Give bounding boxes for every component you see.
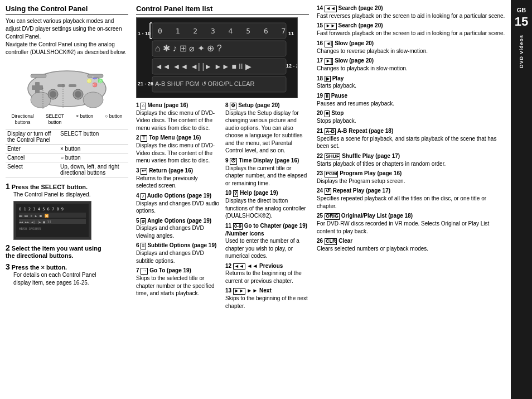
main-content: Using the Control Panel You can select v… bbox=[0, 0, 511, 399]
list-item: 5 ⌀ Angle Options (page 19) Displays and… bbox=[136, 217, 220, 240]
right-sidebar: GB 15 DVD videos bbox=[511, 0, 532, 399]
list-item: 12 ◄◄ ◄◄ Previous Returns to the beginni… bbox=[225, 262, 309, 285]
ctrl-label-select: SELECTbutton bbox=[46, 113, 64, 126]
right-column: 14 ◄◄ Search (page 20) Fast reverses pla… bbox=[317, 4, 505, 395]
list-item: 6 ≡ Subtitle Options (page 19) Displays … bbox=[136, 242, 220, 265]
list-item: 21 A-B A-B Repeat (page 18) Specifies a … bbox=[317, 127, 505, 150]
list-item: 2 ⊤ Top Menu (page 16) Displays the disc… bbox=[136, 134, 220, 164]
table-row: Select Up, down, left, and right directi… bbox=[6, 162, 128, 177]
svg-rect-14 bbox=[69, 84, 76, 87]
middle-section-title: Control Panel item list bbox=[136, 4, 309, 15]
svg-rect-13 bbox=[57, 84, 65, 87]
list-item: 16 ◄| Slow (page 20) Changes to reverse … bbox=[317, 40, 505, 55]
preview-svg: 0 1 2 3 4 5 6 7 8 9 ⏮ ⏭ ⏸ ▶ ⏹ 🔀 ◄◄ ►► ◄|… bbox=[16, 204, 89, 237]
list-item: 4 ♪ Audio Options (page 19) Displays and… bbox=[136, 192, 220, 215]
table-cell-action: Cancel bbox=[6, 153, 59, 162]
list-item: 3 ↩ Return (page 16) Returns to the prev… bbox=[136, 167, 220, 190]
step-1-body: The Control Panel is displayed. bbox=[13, 191, 128, 199]
table-cell-control: Up, down, left, and right directional bu… bbox=[59, 162, 128, 177]
list-item: 22 SHUF Shuffle Play (page 17) Starts pl… bbox=[317, 152, 505, 167]
svg-text:1 - 10: 1 - 10 bbox=[138, 31, 151, 36]
middle-column: Control Panel item list 0 1 2 3 4 5 6 7 … bbox=[136, 4, 309, 395]
table-row: Cancel ○ button bbox=[6, 153, 128, 162]
sidebar-label: DVD videos bbox=[519, 35, 524, 68]
items-list: 1 ⌂ Menu (page 16) Displays the disc men… bbox=[136, 102, 309, 312]
left-column: Using the Control Panel You can select v… bbox=[6, 4, 128, 395]
control-table: Display or turn offthe Control Panel SEL… bbox=[6, 129, 128, 177]
items-col-left: 1 ⌂ Menu (page 16) Displays the disc men… bbox=[136, 102, 220, 312]
table-row: Display or turn offthe Control Panel SEL… bbox=[6, 129, 128, 145]
table-cell-action: Select bbox=[6, 162, 59, 177]
ctrl-label-o: ○ button bbox=[105, 113, 122, 126]
svg-text:○: ○ bbox=[86, 79, 89, 83]
svg-point-8 bbox=[75, 91, 81, 98]
svg-text:◄◄ ►► ◄| |► ■ II: ◄◄ ►► ◄| |► ■ II bbox=[19, 220, 51, 224]
list-item: 11 0-9 Go to Chapter (page 19) /Number i… bbox=[225, 222, 309, 260]
list-item: 9 ⏱ Time Display (page 16) Displays the … bbox=[225, 157, 309, 187]
svg-rect-16 bbox=[88, 74, 103, 78]
svg-text:△: △ bbox=[99, 79, 102, 83]
svg-text:11: 11 bbox=[288, 31, 294, 36]
ctrl-label-directional: Directionalbuttons bbox=[12, 113, 34, 126]
panel-svg: 0 1 2 3 4 5 6 7 8 9 ⌂ ✱ ♪ ⊞ ⌀ ✦ ⊕ ? ◄◄ ◄… bbox=[137, 18, 297, 98]
step-1-header: 1 Press the SELECT button. bbox=[6, 182, 128, 191]
step-3-body: For details on each Control Paneldisplay… bbox=[13, 271, 128, 287]
svg-point-2 bbox=[83, 92, 103, 108]
svg-text:HBSO-DVDB95: HBSO-DVDB95 bbox=[19, 227, 41, 230]
svg-text:12 - 20: 12 - 20 bbox=[286, 63, 297, 69]
list-item: 25 ORIG Original/Play List (page 18) For… bbox=[317, 212, 505, 235]
table-cell-control: × button bbox=[59, 145, 128, 153]
controller-image: × △ □ ○ bbox=[20, 60, 114, 110]
step-3-header: 3 Press the × button. bbox=[6, 262, 128, 271]
list-item: 26 CLR Clear Clears selected numbers or … bbox=[317, 237, 505, 252]
left-section-title: Using the Control Panel bbox=[6, 4, 128, 15]
table-cell-action: Display or turn offthe Control Panel bbox=[6, 129, 59, 145]
content-columns: Using the Control Panel You can select v… bbox=[6, 4, 505, 395]
list-item: 10 ? Help (page 19) Displays the direct … bbox=[225, 189, 309, 219]
svg-text:⌂ ✱ ♪ ⊞ ⌀ ✦ ⊕ ?: ⌂ ✱ ♪ ⊞ ⌀ ✦ ⊕ ? bbox=[155, 44, 222, 53]
svg-text:□: □ bbox=[92, 75, 94, 79]
step-2-header: 2 Select the item you want usingthe dire… bbox=[6, 243, 128, 259]
table-cell-action: Enter bbox=[6, 145, 59, 153]
list-item: 8 ⚙ Setup (page 20) Displays the Setup d… bbox=[225, 102, 309, 155]
list-item: 1 ⌂ Menu (page 16) Displays the disc men… bbox=[136, 102, 220, 132]
svg-text:0 1 2 3 4 5 6 7 8 9: 0 1 2 3 4 5 6 7 8 9 bbox=[158, 27, 297, 35]
svg-text:A-B SHUF PGM ↺ ORIG/PL CLEAR: A-B SHUF PGM ↺ ORIG/PL CLEAR bbox=[155, 80, 255, 87]
controller-svg: × △ □ ○ bbox=[20, 60, 114, 110]
table-row: Enter × button bbox=[6, 145, 128, 153]
step-1: 1 Press the SELECT button. The Control P… bbox=[6, 182, 128, 240]
intro-text: You can select various playback modes an… bbox=[6, 17, 128, 56]
items-col-right: 8 ⚙ Setup (page 20) Displays the Setup d… bbox=[225, 102, 309, 312]
controller-labels: Directionalbuttons SELECTbutton × button… bbox=[6, 113, 128, 126]
panel-image: 0 1 2 3 4 5 6 7 8 9 ⌂ ✱ ♪ ⊞ ⌀ ✦ ⊕ ? ◄◄ ◄… bbox=[136, 17, 298, 98]
table-cell-control: SELECT button bbox=[59, 129, 128, 145]
list-item: 7 → Go To (page 19) Skips to the selecte… bbox=[136, 267, 220, 297]
svg-text:⏮ ⏭ ⏸ ▶ ⏹ 🔀: ⏮ ⏭ ⏸ ▶ ⏹ 🔀 bbox=[19, 214, 49, 218]
step-3: 3 Press the × button. For details on eac… bbox=[6, 262, 128, 287]
list-item: 14 ◄◄ Search (page 20) Fast reverses pla… bbox=[317, 4, 505, 20]
list-item: 23 PGM Program Play (page 16) Displays t… bbox=[317, 170, 505, 185]
gb-label: GB bbox=[517, 7, 526, 13]
svg-rect-4 bbox=[32, 85, 43, 90]
step-2: 2 Select the item you want usingthe dire… bbox=[6, 243, 128, 259]
svg-rect-15 bbox=[31, 74, 46, 78]
list-item: 20 ■ Stop Stops playback. bbox=[317, 109, 505, 124]
svg-text:21 - 26: 21 - 26 bbox=[138, 81, 153, 86]
list-item: 17 ►| Slow (page 20) Changes to playback… bbox=[317, 57, 505, 72]
list-item: 19 II Pause Pauses and resumes playback. bbox=[317, 92, 505, 107]
page-number: 15 bbox=[515, 16, 528, 28]
svg-text:0 1 2 3 4 5 6 7 8 9: 0 1 2 3 4 5 6 7 8 9 bbox=[19, 207, 64, 211]
table-cell-control: ○ button bbox=[59, 153, 128, 162]
list-item: 18 ▶ Play Starts playback. bbox=[317, 75, 505, 90]
ctrl-label-x: × button bbox=[76, 113, 93, 126]
svg-point-6 bbox=[50, 91, 56, 98]
list-item: 24 ↺ Repeat Play (page 17) Specifies rep… bbox=[317, 187, 505, 210]
list-item: 15 ►► Search (page 20) Fast forwards pla… bbox=[317, 22, 505, 37]
small-preview: 0 1 2 3 4 5 6 7 8 9 ⏮ ⏭ ⏸ ▶ ⏹ 🔀 ◄◄ ►► ◄|… bbox=[13, 201, 91, 240]
svg-text:◄◄ ◄◄ ◄| |► ►► ■ II ▶: ◄◄ ◄◄ ◄| |► ►► ■ II ▶ bbox=[155, 62, 252, 71]
list-item: 13 ►► ►► Next Skips to the beginning of … bbox=[225, 287, 309, 310]
svg-text:×: × bbox=[92, 83, 94, 86]
